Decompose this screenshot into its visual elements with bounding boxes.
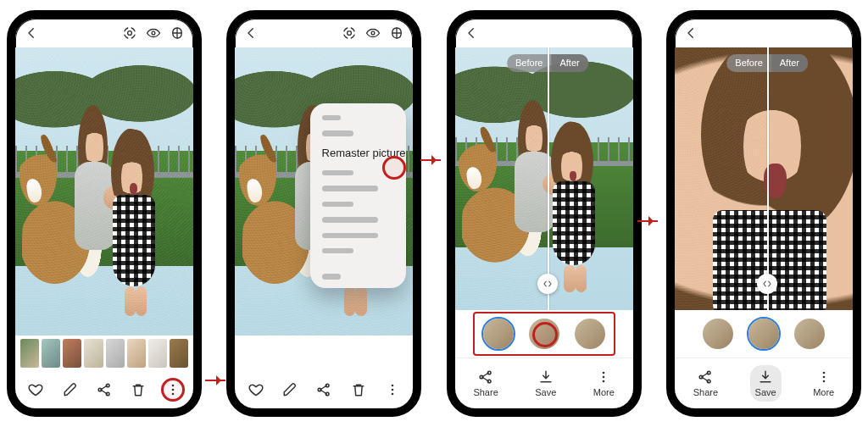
before-label[interactable]: Before	[726, 54, 771, 72]
svg-point-15	[392, 393, 394, 396]
top-bar	[15, 19, 193, 47]
bottom-bar: Share Save More	[675, 358, 853, 408]
main-photo[interactable]	[15, 47, 193, 336]
svg-point-4	[106, 392, 109, 396]
thumbnail[interactable]	[148, 339, 167, 368]
main-photo[interactable]	[675, 47, 853, 310]
svg-point-26	[822, 376, 825, 379]
suggestion-thumb[interactable]	[701, 317, 735, 351]
delete-button[interactable]	[347, 378, 370, 402]
save-button[interactable]: Save	[530, 365, 561, 402]
compare-labels[interactable]: Before After	[726, 54, 808, 72]
top-bar	[455, 19, 633, 47]
more-button[interactable]: More	[588, 365, 620, 402]
menu-item[interactable]	[322, 217, 379, 222]
svg-point-27	[822, 380, 825, 383]
bottom-bar	[235, 371, 413, 408]
before-label[interactable]: Before	[507, 54, 551, 72]
menu-item[interactable]	[322, 170, 354, 175]
thumbnail-strip[interactable]	[235, 336, 413, 371]
after-label[interactable]: After	[551, 54, 587, 72]
svg-point-18	[487, 380, 491, 383]
compare-handle[interactable]	[537, 274, 558, 294]
highlight-ring	[532, 322, 558, 347]
edit-button[interactable]	[58, 378, 82, 402]
svg-point-13	[392, 385, 394, 387]
svg-point-17	[487, 371, 491, 374]
more-button[interactable]	[381, 378, 404, 402]
suggestion-thumb[interactable]	[527, 317, 561, 351]
share-icon-button[interactable]	[92, 378, 116, 402]
top-bar	[235, 19, 413, 47]
back-icon[interactable]	[24, 25, 39, 41]
ar-icon[interactable]	[170, 25, 185, 41]
svg-point-16	[480, 375, 483, 379]
svg-point-20	[603, 376, 605, 379]
save-button[interactable]: Save	[750, 365, 782, 402]
menu-item[interactable]	[322, 186, 379, 191]
back-icon[interactable]	[243, 25, 259, 41]
phone-step-3: Before After	[447, 10, 642, 417]
favorite-button[interactable]	[244, 378, 268, 402]
favorite-button[interactable]	[24, 378, 47, 402]
back-icon[interactable]	[683, 25, 698, 41]
compare-handle[interactable]	[757, 274, 777, 294]
menu-item[interactable]	[322, 248, 354, 253]
bottom-bar	[15, 371, 193, 408]
menu-item[interactable]	[322, 130, 354, 136]
menu-item-remaster[interactable]: Remaster picture	[322, 147, 406, 160]
menu-item[interactable]	[322, 233, 379, 238]
svg-point-10	[318, 388, 321, 391]
thumbnail[interactable]	[106, 339, 125, 368]
flow-arrow	[637, 220, 658, 222]
more-button[interactable]	[161, 378, 185, 402]
svg-point-21	[603, 380, 605, 383]
suggestion-thumb[interactable]	[481, 317, 515, 351]
save-label: Save	[755, 387, 776, 398]
svg-point-23	[708, 371, 711, 374]
edit-button[interactable]	[278, 378, 302, 402]
flow-arrow	[205, 380, 225, 381]
share-button[interactable]: Share	[468, 365, 503, 402]
share-button[interactable]: Share	[688, 365, 723, 402]
thumbnail[interactable]	[127, 339, 146, 368]
save-label: Save	[535, 387, 556, 398]
main-photo[interactable]	[455, 47, 633, 310]
menu-item[interactable]	[322, 115, 341, 120]
menu-item[interactable]	[322, 274, 341, 279]
svg-point-7	[171, 393, 174, 396]
bixby-vision-icon[interactable]	[122, 25, 137, 41]
tutorial-stage: Remaster picture	[0, 0, 868, 427]
thumbnail[interactable]	[63, 339, 81, 368]
more-label: More	[593, 387, 615, 398]
share-icon-button[interactable]	[312, 378, 336, 402]
thumbnail[interactable]	[20, 339, 39, 368]
phone-step-2: Remaster picture	[226, 10, 421, 417]
svg-point-22	[700, 375, 704, 379]
back-icon[interactable]	[464, 25, 479, 41]
svg-point-11	[326, 384, 330, 387]
bixby-vision-icon[interactable]	[342, 25, 357, 41]
thumbnail[interactable]	[84, 339, 103, 368]
after-label[interactable]: After	[771, 54, 808, 72]
thumbnail[interactable]	[170, 339, 188, 368]
eye-icon[interactable]	[146, 25, 161, 41]
more-button[interactable]: More	[808, 365, 839, 402]
ar-icon[interactable]	[389, 25, 404, 41]
compare-labels[interactable]: Before After	[507, 54, 588, 72]
thumbnail[interactable]	[42, 339, 60, 368]
eye-icon[interactable]	[365, 25, 381, 41]
highlight-box	[473, 312, 615, 356]
menu-item[interactable]	[322, 202, 354, 207]
phone-step-4: Before After Share	[666, 10, 861, 417]
suggestion-thumb[interactable]	[747, 317, 781, 351]
share-label: Share	[473, 387, 498, 398]
bottom-bar: Share Save More	[455, 358, 633, 408]
more-menu[interactable]: Remaster picture	[310, 103, 407, 288]
suggestion-thumb[interactable]	[793, 317, 826, 351]
delete-button[interactable]	[126, 378, 150, 402]
phone-step-1	[7, 10, 202, 417]
svg-point-24	[708, 380, 711, 383]
suggestion-thumb[interactable]	[573, 317, 607, 351]
thumbnail-strip[interactable]	[15, 336, 193, 371]
